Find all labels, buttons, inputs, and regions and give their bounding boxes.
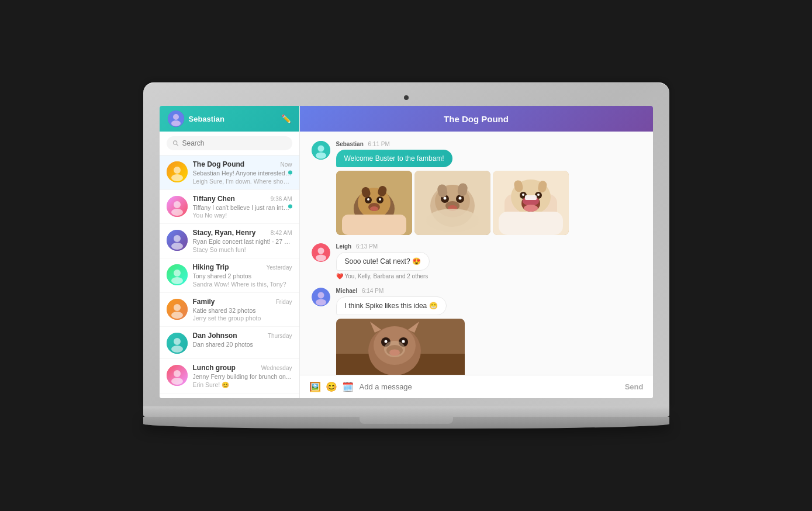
conversation-time: Wednesday xyxy=(261,365,292,371)
conversation-content: Lunch group Wednesday Jenny Ferry buildi… xyxy=(193,364,292,389)
conv-header-row: Family Friday xyxy=(193,298,292,306)
conversation-content: Tiffany Chen 9:36 AM Tiffany I can't bel… xyxy=(193,195,292,219)
dog-image-2 xyxy=(414,171,490,235)
conversation-content: Family Friday Katie shared 32 photos Jer… xyxy=(193,298,292,322)
conv-header-row: Hiking Trip Yesterday xyxy=(193,263,292,271)
conversation-preview: Tony shared 2 photos xyxy=(193,272,292,281)
conversation-item[interactable]: Tiffany Chen 9:36 AM Tiffany I can't bel… xyxy=(160,190,299,225)
conversation-item[interactable]: Family Friday Katie shared 32 photos Jer… xyxy=(160,293,299,327)
message-input[interactable] xyxy=(360,382,619,391)
dog-image-3 xyxy=(493,171,569,235)
sticker-icon[interactable]: 🗓️ xyxy=(342,381,354,392)
svg-point-78 xyxy=(316,299,326,306)
message-images xyxy=(336,171,641,235)
msg-body: Sebastian 6:11 PM Welcome Buster to the … xyxy=(336,141,641,235)
conversation-item[interactable]: The Dog Pound Now Sebastian Hey! Anyone … xyxy=(160,156,299,190)
conversation-preview: Ryan Epic concert last night! · 27 photo… xyxy=(193,238,292,246)
heart-reaction: ❤️ xyxy=(336,273,343,279)
dog-image-1 xyxy=(336,171,412,235)
conversation-item[interactable]: Lunch group Wednesday Jenny Ferry buildi… xyxy=(160,359,299,394)
conversation-content: Dan Johnson Thursday Dan shared 20 photo… xyxy=(193,332,292,349)
chat-title: The Dog Pound xyxy=(444,114,509,124)
svg-point-22 xyxy=(171,346,183,353)
message-group: Michael 6:14 PM I think Spike likes this… xyxy=(312,288,641,375)
screen-bezel: Sebastian ✏️ xyxy=(143,82,669,406)
svg-line-4 xyxy=(177,144,178,146)
search-input[interactable] xyxy=(182,139,286,147)
image-icon[interactable]: 🖼️ xyxy=(309,381,321,392)
svg-rect-68 xyxy=(525,195,537,200)
laptop-base xyxy=(143,406,669,417)
conversation-item[interactable]: Michael Stone Tuesday Michael shared 10 … xyxy=(160,394,299,398)
conversation-content: Hiking Trip Yesterday Tony shared 2 phot… xyxy=(193,263,292,288)
sidebar-header-left: Sebastian xyxy=(168,111,224,127)
conversation-time: Friday xyxy=(276,299,292,305)
svg-point-33 xyxy=(317,146,324,152)
svg-point-2 xyxy=(171,120,181,126)
svg-point-18 xyxy=(174,304,181,311)
conversation-avatar xyxy=(167,161,188,182)
svg-point-13 xyxy=(171,243,183,250)
conversation-name: Tiffany Chen xyxy=(193,195,235,203)
svg-point-15 xyxy=(174,270,181,277)
conversation-item[interactable]: Stacy, Ryan, Henry 8:42 AM Ryan Epic con… xyxy=(160,224,299,258)
conversation-preview: Dan shared 20 photos xyxy=(193,341,292,349)
send-button[interactable]: Send xyxy=(625,382,644,391)
svg-point-43 xyxy=(370,206,378,211)
message-bubble: Sooo cute! Cat next? 😍 xyxy=(336,252,430,271)
conversation-preview: Katie shared 32 photos xyxy=(193,307,292,315)
conversation-time: Yesterday xyxy=(266,264,292,271)
dog-single-image xyxy=(336,319,465,375)
conversation-item[interactable]: Hiking Trip Yesterday Tony shared 2 phot… xyxy=(160,258,299,293)
conversation-time: 8:42 AM xyxy=(271,230,292,236)
svg-point-34 xyxy=(316,153,326,159)
msg-body: Leigh 6:13 PM Sooo cute! Cat next? 😍 ❤️ … xyxy=(336,243,641,279)
conversation-preview2: Jerry set the group photo xyxy=(193,315,292,322)
svg-point-10 xyxy=(171,209,183,216)
svg-point-52 xyxy=(443,197,446,200)
conversation-time: Thursday xyxy=(268,333,292,339)
svg-point-1 xyxy=(173,114,179,120)
chat-main: The Dog Pound xyxy=(300,106,653,398)
message-bubble: I think Spike likes this idea 😁 xyxy=(336,296,447,315)
msg-body: Michael 6:14 PM I think Spike likes this… xyxy=(336,288,641,375)
message-reactions: ❤️ You, Kelly, Barbara and 2 others xyxy=(336,273,641,279)
svg-point-58 xyxy=(426,209,479,232)
conversation-avatar xyxy=(167,196,188,217)
msg-time: 6:14 PM xyxy=(362,288,383,294)
conversation-preview2: You No way! xyxy=(193,212,292,219)
conversation-preview2: Sandra Wow! Where is this, Tony? xyxy=(193,281,292,288)
sender-name: Michael xyxy=(336,288,358,294)
message-group: Sebastian 6:11 PM Welcome Buster to the … xyxy=(312,141,641,235)
camera xyxy=(404,95,409,100)
svg-point-21 xyxy=(174,338,181,345)
conversation-avatar xyxy=(167,365,188,386)
conversation-preview: Tiffany I can't believe I just ran into.… xyxy=(193,204,292,212)
unread-indicator xyxy=(288,170,292,174)
svg-point-77 xyxy=(317,292,324,299)
edit-icon[interactable]: ✏️ xyxy=(281,114,291,123)
conversation-name: Stacy, Ryan, Henry xyxy=(193,229,256,237)
conversation-item[interactable]: Dan Johnson Thursday Dan shared 20 photo… xyxy=(160,327,299,359)
input-icons: 🖼️ 😊 🗓️ xyxy=(309,381,354,392)
sidebar-username: Sebastian xyxy=(189,115,224,123)
msg-time: 6:13 PM xyxy=(356,243,378,250)
conversation-avatar xyxy=(167,299,188,320)
message-group: Leigh 6:13 PM Sooo cute! Cat next? 😍 ❤️ … xyxy=(312,243,641,279)
unread-indicator xyxy=(288,205,292,209)
conversation-name: The Dog Pound xyxy=(193,160,245,168)
sender-name: Sebastian xyxy=(336,141,364,147)
conversation-time: 9:36 AM xyxy=(271,196,292,202)
chat-messages: Sebastian 6:11 PM Welcome Buster to the … xyxy=(300,132,653,375)
msg-time: 6:11 PM xyxy=(368,141,390,147)
conversation-avatar xyxy=(167,264,188,285)
svg-point-24 xyxy=(174,370,181,377)
conversation-preview: Jenny Ferry building for brunch on Satur… xyxy=(193,373,292,381)
emoji-icon[interactable]: 😊 xyxy=(326,381,337,392)
conversation-avatar xyxy=(167,333,188,354)
conversations-list: The Dog Pound Now Sebastian Hey! Anyone … xyxy=(160,156,299,398)
msg-avatar xyxy=(312,141,330,160)
search-input-wrap[interactable] xyxy=(167,136,292,150)
conversation-content: The Dog Pound Now Sebastian Hey! Anyone … xyxy=(193,160,292,185)
search-bar xyxy=(160,132,299,156)
